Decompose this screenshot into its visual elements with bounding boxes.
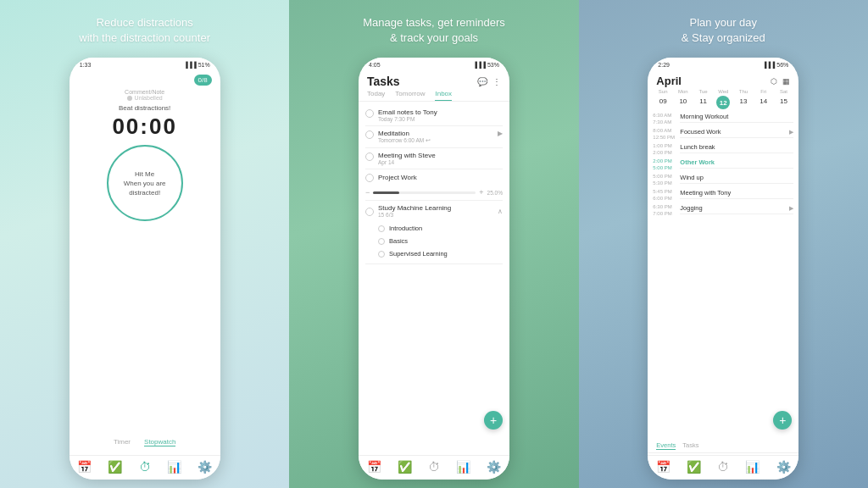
cal-time-wind: 5:00 PM5:30 PM <box>653 172 680 186</box>
phone-content-right: April ⬡ ▦ Sun Mon Tue Wed Thu Fri Sat <box>648 69 798 455</box>
cal-week-dates: 09 10 11 12 13 14 15 <box>648 96 798 109</box>
subtask-check-supervised[interactable] <box>378 251 385 258</box>
cal-day-12[interactable]: 12 <box>716 96 730 109</box>
cal-event-meeting-tony: Meeting with Tony <box>680 187 793 199</box>
phone-content-left: 0/8 Comment/Note Unlabelled Beat distrac… <box>70 69 220 455</box>
status-bar-right: 2:29 ▐▐▐ 56% <box>648 58 798 69</box>
nav-settings-middle[interactable]: ⚙️ <box>487 460 501 474</box>
tag-label: Unlabelled <box>135 95 163 101</box>
cal-day-10[interactable]: 10 <box>673 96 693 109</box>
cal-grid-icon[interactable]: ▦ <box>782 77 790 86</box>
cal-slot-lunch: 1:00 PM2:00 PM Lunch break <box>653 141 793 157</box>
nav-calendar-middle[interactable]: 📅 <box>367 460 381 474</box>
tab-timer[interactable]: Timer <box>114 438 131 446</box>
nav-stats-left[interactable]: 📊 <box>167 460 181 474</box>
task-item: Meditation Tomorrow 6:00 AM ↩ ▶ <box>365 126 503 148</box>
hit-me-button[interactable]: Hit MeWhen you are distracted! <box>107 145 183 221</box>
timer-tabs: Timer Stopwatch <box>114 438 176 446</box>
cal-label-tue: Tue <box>693 89 714 94</box>
nav-timer-middle[interactable]: ⏱ <box>428 460 440 474</box>
nav-tasks-right[interactable]: ✅ <box>687 460 701 474</box>
nav-settings-right[interactable]: ⚙️ <box>776 460 791 474</box>
subtask-name-supervised: Supervised Learning <box>389 250 448 258</box>
tasks-tabs: Today Tomorrow Inbox <box>359 90 509 102</box>
calendar-screen: April ⬡ ▦ Sun Mon Tue Wed Thu Fri Sat <box>648 69 798 455</box>
subtask-supervised: Supervised Learning <box>378 247 503 260</box>
panel-left: Reduce distractionswith the distraction … <box>0 0 289 488</box>
task-check-email[interactable] <box>365 109 374 118</box>
cal-event-morning-workout: Morning Workout <box>680 111 793 123</box>
battery-left: 51% <box>198 62 210 68</box>
cal-event-name-morning: Morning Workout <box>680 113 728 120</box>
cal-slot-morning-workout: 6:30 AM7:30 AM Morning Workout <box>653 111 793 126</box>
task-info-email: Email notes to Tony Today 7:30 PM <box>378 108 503 122</box>
cal-event-jogging: Jogging ▶ <box>680 202 793 214</box>
nav-calendar-left[interactable]: 📅 <box>77 460 92 474</box>
cal-event-name-other: Other Work <box>680 158 715 166</box>
cal-header: April ⬡ ▦ <box>648 69 798 89</box>
phone-left: 1:33 ▐▐▐ 51% 0/8 Comment/Note Unlabelled… <box>70 58 220 480</box>
task-expand-ml[interactable]: ∧ <box>498 208 503 215</box>
tab-inbox[interactable]: Inbox <box>435 90 452 101</box>
subtask-basics: Basics <box>378 235 503 247</box>
subtask-check-intro[interactable] <box>378 225 385 232</box>
subtask-check-basics[interactable] <box>378 238 385 245</box>
cal-header-icons: ⬡ ▦ <box>771 77 790 86</box>
panel-right-title: Plan your day& Stay organized <box>682 15 765 46</box>
bottom-nav-middle: 📅 ✅ ⏱ 📊 ⚙️ <box>359 455 509 480</box>
task-check-meditation[interactable] <box>365 130 374 139</box>
cal-bottom-tabs: Events Tasks <box>648 439 798 453</box>
tasks-fab[interactable]: + <box>484 411 503 430</box>
nav-calendar-right[interactable]: 📅 <box>656 460 670 474</box>
cal-expand-icon[interactable]: ⬡ <box>771 77 777 86</box>
task-check-project[interactable] <box>365 174 374 182</box>
panel-middle: Manage tasks, get reminders& track your … <box>289 0 578 488</box>
nav-stats-right[interactable]: 📊 <box>745 460 760 474</box>
tasks-more-icon[interactable]: ⋮ <box>492 77 501 86</box>
nav-tasks-middle[interactable]: ✅ <box>398 460 412 474</box>
cal-event-play-jogging[interactable]: ▶ <box>789 205 793 212</box>
task-name-email: Email notes to Tony <box>378 108 503 116</box>
signal-icon: ▐▐▐ <box>184 62 197 68</box>
cal-event-other-work: Other Work <box>680 157 793 169</box>
cal-event-name-meeting-tony: Meeting with Tony <box>680 189 731 197</box>
tab-today[interactable]: Today <box>367 90 385 101</box>
cal-event-name-jogging: Jogging <box>680 204 702 212</box>
progress-minus-btn[interactable]: − <box>365 188 370 197</box>
task-check-meeting[interactable] <box>365 152 374 161</box>
cal-slot-jogging: 6:30 PM7:00 PM Jogging ▶ <box>653 202 793 218</box>
phone-right: 2:29 ▐▐▐ 56% April ⬡ ▦ Sun Mon Tue <box>648 58 798 480</box>
nav-tasks-left[interactable]: ✅ <box>108 460 122 474</box>
hit-me-text: Hit MeWhen you are distracted! <box>108 169 181 198</box>
cal-time-focused: 8:00 AM12:50 PM <box>653 126 680 140</box>
status-icons-right: ▐▐▐ 56% <box>762 62 788 68</box>
status-time-middle: 4:05 <box>369 62 381 68</box>
tasks-chat-icon[interactable]: 💬 <box>477 77 487 86</box>
cal-day-15[interactable]: 15 <box>774 96 794 109</box>
progress-plus-btn[interactable]: + <box>479 188 483 197</box>
nav-timer-right[interactable]: ⏱ <box>717 460 729 474</box>
cal-tab-tasks[interactable]: Tasks <box>682 441 698 450</box>
status-time-left: 1:33 <box>80 62 92 68</box>
tab-tomorrow[interactable]: Tomorrow <box>395 90 425 101</box>
nav-timer-left[interactable]: ⏱ <box>139 460 151 474</box>
tasks-screen: Tasks 💬 ⋮ Today Tomorrow Inbox Emai <box>359 69 509 455</box>
cal-event-play-focused[interactable]: ▶ <box>789 129 793 136</box>
tab-stopwatch[interactable]: Stopwatch <box>144 438 175 446</box>
cal-day-11[interactable]: 11 <box>693 96 714 109</box>
nav-stats-middle[interactable]: 📊 <box>456 460 470 474</box>
cal-day-14[interactable]: 14 <box>754 96 774 109</box>
cal-day-13[interactable]: 13 <box>733 96 754 109</box>
task-progress-project: − + 25.0% <box>365 188 503 197</box>
status-bar-left: 1:33 ▐▐▐ 51% <box>70 58 220 69</box>
cal-label-sat: Sat <box>774 89 794 94</box>
task-info-meditation: Meditation Tomorrow 6:00 AM ↩ <box>378 130 493 144</box>
task-check-ml[interactable] <box>365 208 374 216</box>
phone-middle: 4:05 ▐▐▐ 53% Tasks 💬 ⋮ Today Tomorrow I <box>359 58 509 480</box>
task-play-meditation[interactable]: ▶ <box>498 130 503 137</box>
cal-time-meeting-tony: 5:45 PM6:00 PM <box>653 187 680 201</box>
nav-settings-left[interactable]: ⚙️ <box>198 460 212 474</box>
cal-day-09[interactable]: 09 <box>653 96 673 109</box>
cal-label-fri: Fri <box>754 89 774 94</box>
cal-tab-events[interactable]: Events <box>656 441 676 450</box>
